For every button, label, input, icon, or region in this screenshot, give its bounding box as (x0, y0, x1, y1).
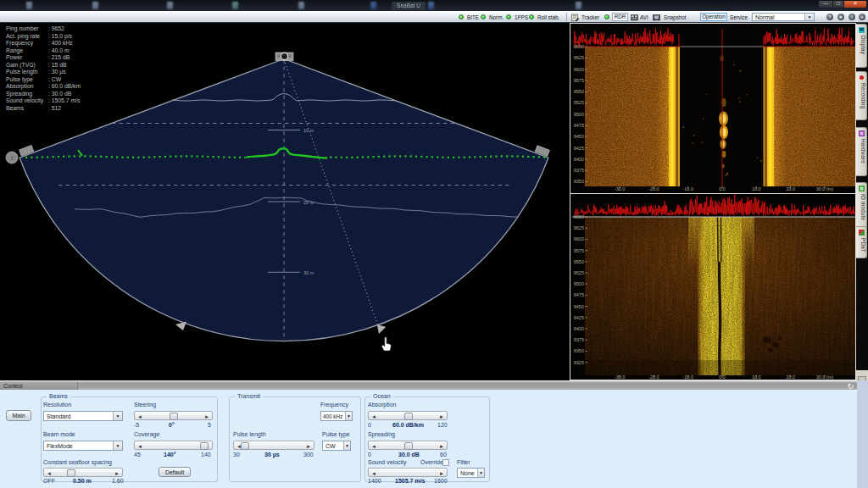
svg-text:9475: 9475 (574, 292, 584, 297)
svg-text:9450: 9450 (574, 304, 584, 309)
svg-text:9550: 9550 (574, 259, 584, 264)
svg-text:9400: 9400 (574, 157, 584, 162)
svg-text:9400: 9400 (574, 326, 584, 331)
svg-text:9650: 9650 (574, 214, 584, 219)
svg-text:9425: 9425 (574, 315, 584, 320)
svg-text:9625: 9625 (574, 55, 584, 60)
svg-text:9575: 9575 (574, 78, 584, 83)
svg-text:20 m: 20 m (303, 200, 314, 205)
svg-text:9450: 9450 (574, 134, 584, 139)
svg-text:9525: 9525 (574, 100, 584, 105)
svg-text:9600: 9600 (574, 67, 584, 72)
svg-text:9600: 9600 (574, 236, 584, 241)
svg-text:1: 1 (10, 155, 14, 161)
svg-text:9425: 9425 (574, 146, 584, 151)
svg-text:9475: 9475 (574, 123, 584, 128)
svg-text:10 m: 10 m (303, 128, 314, 133)
svg-text:9350: 9350 (574, 348, 584, 353)
svg-text:9650: 9650 (574, 44, 584, 49)
svg-text:9325: 9325 (574, 360, 584, 365)
svg-text:9500: 9500 (574, 281, 584, 286)
svg-text:9550: 9550 (574, 89, 584, 94)
svg-text:9525: 9525 (574, 270, 584, 275)
svg-text:9375: 9375 (574, 168, 584, 173)
svg-text:9625: 9625 (574, 225, 584, 230)
svg-text:9350: 9350 (574, 179, 584, 184)
svg-text:9375: 9375 (574, 337, 584, 342)
svg-text:9575: 9575 (574, 248, 584, 253)
svg-text:30 m: 30 m (303, 270, 314, 275)
svg-text:9500: 9500 (574, 112, 584, 117)
